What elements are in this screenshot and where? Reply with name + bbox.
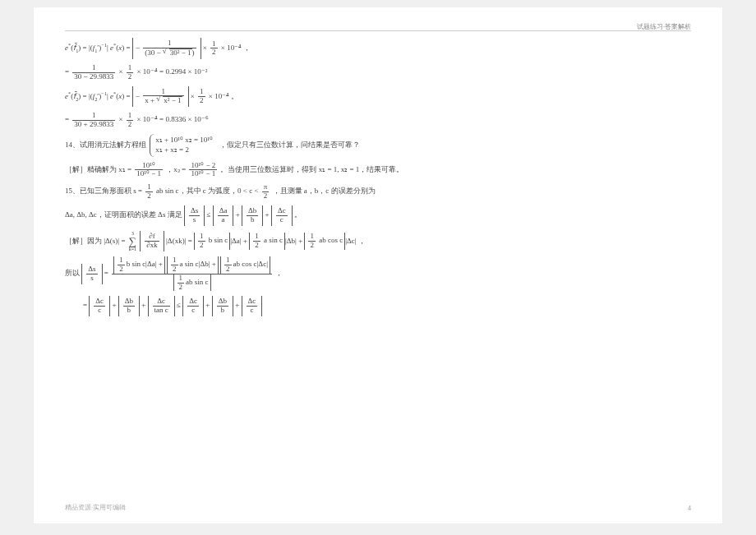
text: e*(f̄2) = |(f2′)−1| e*(x) = xyxy=(65,92,132,100)
denominator: 2 xyxy=(145,192,153,201)
text: = xyxy=(65,116,69,124)
denominator: x + x² − 1 xyxy=(143,96,183,105)
text: 。 xyxy=(231,92,238,100)
denominator: s xyxy=(189,216,200,224)
abs: Δs s xyxy=(81,264,102,284)
p15c: = Δcc + Δbb + Δctan c ≤ Δcc + Δbb + Δcc xyxy=(83,296,691,316)
text: = xyxy=(65,67,69,76)
abs: Δs s xyxy=(184,205,205,226)
header-right: 试题练习·答案解析 xyxy=(637,22,691,31)
text: ≤ xyxy=(206,211,210,219)
denominator: (30 − 30² − 1) xyxy=(143,48,196,58)
system-brace: x₁ + 10¹⁰ x₂ = 10¹⁰ x₁ + x₂ = 2 xyxy=(150,134,216,156)
text: 。当使用三位数运算时，得到 x₁ = 1, x₂ = 1，结果可靠。 xyxy=(220,165,403,173)
text: ， xyxy=(275,269,283,277)
numerator: 1 xyxy=(143,88,183,97)
fraction: Δs s xyxy=(189,207,200,224)
fraction: 1 2 xyxy=(210,40,218,58)
text: = xyxy=(104,269,108,277)
fraction: 1 2 xyxy=(127,112,134,129)
fraction: 10¹⁰ − 2 10¹⁰ − 1 xyxy=(189,162,217,179)
abs: Δb b xyxy=(242,205,263,226)
text: Δa, Δb, Δc，证明面积的误差 Δs 满足 xyxy=(65,211,182,219)
text: 15、已知三角形面积 s = xyxy=(65,187,142,196)
denominator: 2 xyxy=(127,121,134,129)
denominator: 10¹⁰ − 1 xyxy=(189,170,217,178)
denominator: 12ab sin c xyxy=(112,274,272,292)
page-number: 4 xyxy=(688,505,691,512)
text: + xyxy=(236,211,240,219)
fraction: Δs s xyxy=(86,265,97,283)
denominator: 2 xyxy=(210,48,218,57)
eq2b: = 1 30 + 29.9833 × 1 2 × 10⁻⁴ = 0.8336 ×… xyxy=(65,112,691,129)
text: ，假定只有三位数计算，问结果是否可靠？ xyxy=(219,141,360,149)
numerator: Δs xyxy=(86,265,97,274)
denominator: a xyxy=(218,216,229,224)
fraction: 1 2 xyxy=(198,88,205,105)
fraction: 1 30 + 29.9833 xyxy=(72,112,115,129)
denominator: s xyxy=(86,274,97,283)
content: e*(f̄1) = |(f1′)−1| e*(x) = − 1 (30 − 30… xyxy=(65,38,691,316)
q14: 14、试用消元法解方程组 x₁ + 10¹⁰ x₂ = 10¹⁰ x₁ + x₂… xyxy=(65,134,691,156)
abs: ∂f ∂xk xyxy=(140,231,164,251)
abs: 12 a sin c xyxy=(249,233,285,250)
denominator: 2 xyxy=(262,192,270,201)
abs: Δc c xyxy=(271,205,293,226)
header-rule xyxy=(65,30,691,31)
text: × xyxy=(203,44,207,52)
fraction: 10¹⁰ 10¹⁰ − 1 xyxy=(135,162,163,179)
eq1b: = 1 30 − 29.9833 × 1 2 × 10⁻⁴ = 0.2994 ×… xyxy=(65,64,691,81)
text: ，且测量 a，b，c 的误差分别为 xyxy=(273,187,376,196)
q15: 15、已知三角形面积 s = 1 2 ab sin c，其中 c 为弧度，0 <… xyxy=(65,183,691,201)
abs: − 1 (30 − 30² − 1) xyxy=(132,38,201,59)
denominator: 2 xyxy=(127,73,134,81)
text: 。 xyxy=(294,211,302,219)
denominator: c xyxy=(276,216,288,224)
fraction: Δa a xyxy=(218,207,229,224)
text: = xyxy=(83,302,87,310)
numerator: 1 xyxy=(143,39,196,48)
text: + xyxy=(265,211,270,219)
system-row: x₁ + 10¹⁰ x₂ = 10¹⁰ xyxy=(155,136,213,145)
page: 试题练习·答案解析 e*(f̄1) = |(f1′)−1| e*(x) = − … xyxy=(33,7,723,524)
footer-left: 精品资源·实用可编辑 xyxy=(65,503,126,512)
fraction: 1 30 − 29.9833 xyxy=(72,64,115,81)
text: × 10⁻⁴ xyxy=(209,92,229,100)
text: × 10⁻⁴ xyxy=(221,44,242,52)
text: × xyxy=(118,116,122,124)
text: ［解］因为 |Δ(s)| = xyxy=(65,236,125,244)
text: × 10⁻⁴ = 0.8336 × 10⁻⁶ xyxy=(136,116,208,124)
text: ［解］精确解为 x₁ = xyxy=(65,165,131,173)
text: × 10⁻⁴ = 0.2994 × 10⁻² xyxy=(136,67,207,76)
numerator: 12b sin c|Δa| + 12a sin c|Δb| + 12ab cos… xyxy=(112,256,272,274)
denominator: b xyxy=(247,216,258,224)
big-fraction: 12b sin c|Δa| + 12a sin c|Δb| + 12ab cos… xyxy=(112,256,272,292)
fraction: Δb b xyxy=(247,207,258,224)
summation: 3 ∑ k=1 xyxy=(129,231,136,251)
text: ， xyxy=(243,44,251,52)
denominator: 2 xyxy=(198,97,205,105)
system-row: x₁ + x₂ = 2 xyxy=(155,145,213,155)
text: × xyxy=(191,92,195,100)
fraction: 1 (30 − 30² − 1) xyxy=(143,39,196,58)
a14: ［解］精确解为 x₁ = 10¹⁰ 10¹⁰ − 1 ，x₂ = 10¹⁰ − … xyxy=(65,162,691,179)
q15b: Δa, Δb, Δc，证明面积的误差 Δs 满足 Δs s ≤ Δa a + Δ… xyxy=(65,205,691,226)
denominator: 10¹⁰ − 1 xyxy=(135,170,163,178)
text: ，x₂ = xyxy=(166,165,186,173)
eq2: e*(f̄2) = |(f2′)−1| e*(x) = − 1 x + x² −… xyxy=(65,86,691,108)
text: e*(f̄1) = |(f1′)−1| e*(x) = xyxy=(65,44,132,52)
text: ab sin c，其中 c 为弧度，0 < c < xyxy=(156,187,258,196)
fraction: ∂f ∂xk xyxy=(145,233,159,250)
text: 所以 xyxy=(65,269,80,277)
abs: 12 b sin c xyxy=(194,233,230,250)
abs: Δa a xyxy=(213,205,234,226)
fraction: 1 x + x² − 1 xyxy=(143,88,183,106)
text: 14、试用消元法解方程组 xyxy=(65,141,146,149)
p15b: 所以 Δs s = 12b sin c|Δa| + 12a sin c|Δb| … xyxy=(65,256,691,292)
p15a: ［解］因为 |Δ(s)| = 3 ∑ k=1 ∂f ∂xk |Δ(xk)| = … xyxy=(65,231,691,251)
denominator: 30 − 29.9833 xyxy=(72,73,115,81)
fraction: 1 2 xyxy=(127,64,134,81)
abs: − 1 x + x² − 1 xyxy=(132,86,189,108)
denominator: 30 + 29.9833 xyxy=(72,121,115,129)
eq1: e*(f̄1) = |(f1′)−1| e*(x) = − 1 (30 − 30… xyxy=(65,38,691,59)
